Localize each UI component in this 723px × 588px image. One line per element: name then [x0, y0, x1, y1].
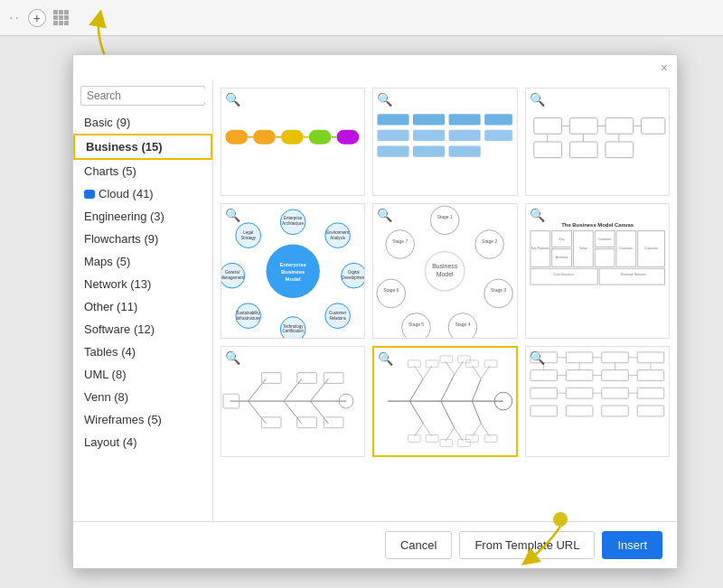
- sidebar-item-label-tables: Tables (4): [84, 345, 136, 359]
- sidebar-item-label-cloud: Cloud (41): [99, 187, 154, 201]
- template-cell-2[interactable]: 🔍: [372, 88, 517, 196]
- svg-rect-158: [531, 406, 558, 416]
- svg-point-65: [431, 206, 460, 235]
- template-cell-1[interactable]: 🔍: [221, 88, 365, 196]
- svg-text:Legal: Legal: [243, 230, 253, 235]
- sidebar-item-label-venn: Venn (8): [84, 390, 128, 404]
- svg-line-101: [249, 402, 267, 425]
- from-template-url-button[interactable]: From Template URL: [459, 531, 595, 559]
- svg-text:Key Partners: Key Partners: [531, 247, 549, 250]
- svg-line-100: [249, 379, 267, 402]
- template-cell-9[interactable]: 🔍: [525, 346, 670, 456]
- sidebar-item-layout[interactable]: Layout (4): [73, 431, 212, 453]
- sidebar-item-other[interactable]: Other (11): [73, 295, 212, 318]
- template-row-1: 🔍 🔍: [221, 88, 670, 196]
- template-dialog: × 🔍 Basic (9)Business (15)Charts (5)Clou…: [72, 54, 678, 569]
- svg-rect-156: [602, 388, 629, 399]
- svg-text:Business: Business: [432, 263, 458, 269]
- sidebar-item-network[interactable]: Network (13): [73, 273, 212, 295]
- svg-rect-159: [567, 406, 594, 416]
- zoom-icon-7: 🔍: [225, 350, 240, 365]
- template-preview-6: The Business Model Canvas Key Partners K…: [526, 204, 669, 338]
- svg-rect-24: [641, 118, 664, 135]
- template-cell-6[interactable]: 🔍 The Business Model Canvas: [525, 203, 670, 339]
- svg-rect-112: [324, 417, 343, 428]
- svg-rect-141: [426, 435, 438, 443]
- sidebar-item-business[interactable]: Business (15): [73, 134, 212, 160]
- cancel-button[interactable]: Cancel: [385, 531, 452, 559]
- template-cell-5[interactable]: 🔍 Business Model Stage 1 Stage 2 Stage 3: [372, 203, 517, 339]
- svg-rect-161: [638, 406, 665, 416]
- svg-rect-5: [337, 130, 360, 145]
- search-box[interactable]: 🔍: [80, 86, 205, 106]
- sidebar-item-label-flowcharts: Flowcharts (9): [84, 232, 158, 246]
- sidebar-item-uml[interactable]: UML (8): [73, 363, 212, 386]
- svg-rect-157: [638, 388, 665, 399]
- zoom-icon-8: 🔍: [378, 351, 393, 366]
- insert-button[interactable]: Insert: [602, 531, 662, 559]
- sidebar-item-charts[interactable]: Charts (5): [73, 160, 212, 182]
- zoom-icon-6: 🔍: [530, 208, 545, 222]
- dialog-header: ×: [73, 55, 677, 80]
- category-sidebar: 🔍 Basic (9)Business (15)Charts (5)Cloud …: [73, 80, 213, 521]
- svg-rect-2: [253, 130, 276, 145]
- svg-text:Stage 4: Stage 4: [455, 322, 471, 327]
- sidebar-item-label-maps: Maps (5): [84, 255, 130, 268]
- sidebar-item-label-layout: Layout (4): [84, 435, 137, 449]
- svg-text:Model: Model: [437, 271, 454, 277]
- svg-rect-13: [484, 114, 512, 125]
- search-input[interactable]: [87, 89, 213, 102]
- svg-rect-4: [309, 130, 332, 145]
- svg-text:Activities: Activities: [555, 256, 568, 259]
- svg-text:Stage 7: Stage 7: [393, 239, 408, 244]
- svg-rect-110: [297, 417, 317, 428]
- template-cell-3[interactable]: 🔍: [525, 88, 670, 196]
- template-row-2: 🔍 Enterprise Business Model Enterprise A…: [221, 203, 670, 339]
- sidebar-item-label-basic: Basic (9): [84, 116, 130, 129]
- svg-rect-135: [426, 360, 438, 368]
- svg-text:Value: Value: [579, 247, 587, 250]
- svg-line-117: [441, 375, 455, 402]
- close-button[interactable]: ×: [657, 59, 671, 77]
- svg-text:Customer: Customer: [329, 311, 347, 315]
- svg-text:Certification: Certification: [282, 329, 304, 333]
- svg-text:Management: Management: [221, 275, 245, 280]
- sidebar-item-wireframes[interactable]: Wireframes (5): [73, 408, 212, 431]
- svg-rect-140: [408, 435, 420, 443]
- template-cell-4[interactable]: 🔍 Enterprise Business Model Enterprise A…: [221, 203, 365, 339]
- sidebar-item-venn[interactable]: Venn (8): [73, 386, 212, 408]
- svg-rect-11: [413, 114, 445, 125]
- svg-text:Infrastructure: Infrastructure: [237, 316, 261, 321]
- sidebar-item-basic[interactable]: Basic (9): [73, 111, 212, 134]
- template-preview-9: [526, 347, 669, 455]
- sidebar-item-engineering[interactable]: Engineering (3): [73, 205, 212, 228]
- zoom-icon-2: 🔍: [377, 92, 392, 107]
- svg-text:Stage 5: Stage 5: [408, 322, 424, 327]
- svg-rect-25: [533, 142, 561, 158]
- svg-rect-27: [606, 142, 634, 158]
- toolbar-dots: ··: [9, 10, 21, 26]
- add-button[interactable]: +: [28, 9, 46, 27]
- svg-rect-155: [567, 388, 594, 399]
- svg-text:Customer: Customer: [619, 247, 634, 250]
- svg-rect-148: [602, 352, 629, 363]
- svg-text:Business: Business: [281, 269, 305, 275]
- svg-line-103: [284, 402, 302, 425]
- svg-rect-12: [449, 114, 481, 125]
- sidebar-item-flowcharts[interactable]: Flowcharts (9): [73, 228, 212, 250]
- template-cell-8[interactable]: 🔍: [372, 346, 519, 456]
- svg-text:Stage 1: Stage 1: [437, 215, 453, 219]
- sidebar-item-label-network: Network (13): [84, 277, 151, 291]
- sidebar-item-software[interactable]: Software (12): [73, 318, 212, 341]
- template-cell-7[interactable]: 🔍: [221, 346, 365, 456]
- svg-rect-144: [465, 435, 478, 443]
- sidebar-item-maps[interactable]: Maps (5): [73, 250, 212, 273]
- svg-text:General: General: [225, 270, 239, 275]
- sidebar-item-cloud[interactable]: Cloud (41): [73, 182, 212, 205]
- svg-rect-3: [281, 130, 304, 145]
- svg-rect-1: [225, 130, 248, 145]
- sidebar-item-tables[interactable]: Tables (4): [73, 341, 212, 363]
- svg-rect-18: [378, 145, 409, 156]
- svg-text:Key: Key: [559, 238, 564, 241]
- svg-rect-138: [465, 360, 478, 368]
